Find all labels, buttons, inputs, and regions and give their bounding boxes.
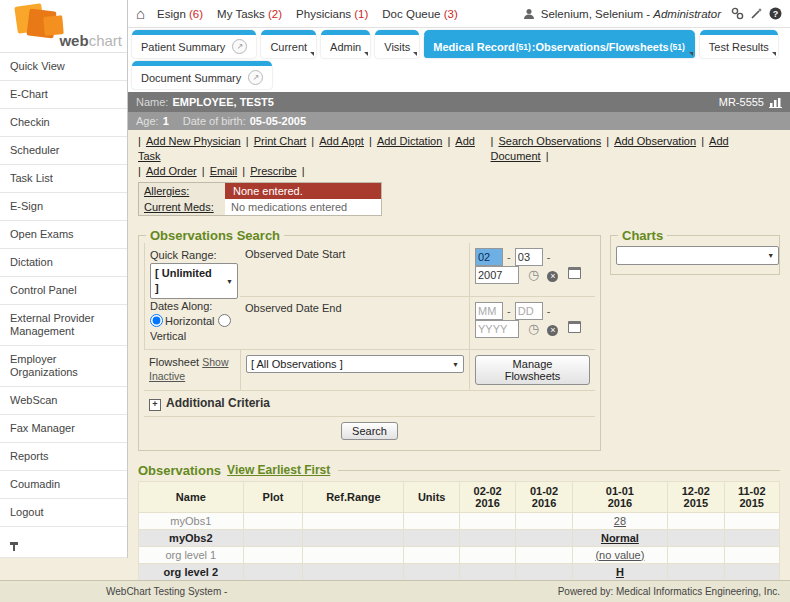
tab-test-results[interactable]: Test Results — [700, 30, 778, 58]
date-end-year-input[interactable] — [475, 320, 519, 338]
link-add-appt[interactable]: Add Appt — [319, 135, 364, 147]
link-icon[interactable] — [731, 7, 744, 20]
manage-flowsheets-button[interactable]: Manage Flowsheets — [475, 355, 590, 385]
current-user: Selenium, Selenium - Administrator — [541, 8, 721, 20]
clock-icon[interactable]: ◷ — [528, 321, 539, 336]
calendar-icon[interactable] — [568, 267, 581, 279]
link-prescribe[interactable]: Prescribe — [250, 165, 296, 177]
obs-value-cell — [724, 563, 780, 580]
date-end-month-input[interactable] — [475, 302, 503, 320]
obs-value-cell — [459, 512, 515, 529]
sidebar-item-coumadin[interactable]: Coumadin — [0, 471, 127, 499]
col-header-date: 01-022016 — [516, 481, 572, 512]
link-add-dictation[interactable]: Add Dictation — [377, 135, 442, 147]
tab-label: :Observations/Flowsheets — [532, 41, 669, 53]
sidebar-item-scheduler[interactable]: Scheduler — [0, 137, 127, 165]
sidebar-item-reports[interactable]: Reports — [0, 443, 127, 471]
expand-plus-icon[interactable]: + — [149, 399, 161, 411]
wand-icon[interactable] — [750, 7, 763, 20]
obs-value-cell — [668, 512, 724, 529]
date-end-fields: - - ◷ × — [469, 297, 595, 351]
horizontal-radio[interactable] — [150, 314, 163, 327]
search-button-row: Search — [144, 417, 595, 445]
webchart-logo[interactable]: webchart — [0, 0, 127, 53]
clock-icon[interactable]: ◷ — [528, 267, 539, 282]
tab-medical-record[interactable]: Medical Record(51):Observations/Flowshee… — [424, 30, 695, 58]
calendar-icon[interactable] — [568, 321, 581, 333]
quick-range-select[interactable]: [ Unlimited ]▼ — [150, 263, 238, 299]
tab-label: Patient Summary — [141, 41, 225, 53]
sidebar-item-checkin[interactable]: Checkin — [0, 109, 127, 137]
bar-chart-icon[interactable] — [769, 97, 782, 108]
sidebar-item-fax-manager[interactable]: Fax Manager — [0, 415, 127, 443]
home-icon[interactable]: ⌂ — [136, 5, 145, 22]
help-icon[interactable]: ? — [769, 7, 782, 20]
sidebar-item-external-provider-management[interactable]: External Provider Management — [0, 305, 127, 346]
tab-label: Visits — [384, 41, 410, 53]
sidebar-item-logout[interactable]: Logout — [0, 499, 127, 527]
charts-select[interactable]: ▼ — [616, 246, 779, 265]
current-meds-link[interactable]: Current Meds: — [139, 199, 225, 215]
nav-physicians[interactable]: Physicians (1) — [296, 8, 368, 20]
nav-label: Doc Queue — [382, 8, 443, 20]
obs-value-cell — [516, 563, 572, 580]
dob-label: Date of birth: — [183, 115, 246, 127]
obs-value-link[interactable]: H — [616, 566, 624, 578]
patient-age: 1 — [163, 115, 169, 127]
vertical-radio[interactable] — [218, 314, 231, 327]
name-label: Name: — [136, 96, 168, 108]
link-search-observations[interactable]: Search Observations — [498, 135, 601, 147]
search-button[interactable]: Search — [341, 422, 398, 440]
nav-label: Physicians — [296, 8, 354, 20]
popout-icon[interactable]: ↗ — [248, 70, 263, 85]
obs-plot-cell — [243, 529, 303, 546]
link-email[interactable]: Email — [210, 165, 238, 177]
page-footer: WebChart Testing System - Powered by: Me… — [0, 580, 790, 602]
tab-admin[interactable]: Admin — [321, 30, 370, 58]
tab-document-summary[interactable]: Document Summary↗ — [132, 61, 272, 89]
sidebar-item-open-exams[interactable]: Open Exams — [0, 221, 127, 249]
dates-along-horizontal-radio[interactable]: Horizontal — [150, 315, 218, 327]
clear-date-icon[interactable]: × — [547, 325, 558, 336]
obs-value-link[interactable]: Normal — [601, 532, 639, 544]
link-add-observation[interactable]: Add Observation — [614, 135, 696, 147]
nav-count: (2) — [268, 8, 282, 20]
nav-esign[interactable]: Esign (6) — [157, 8, 203, 20]
clear-date-icon[interactable]: × — [547, 271, 558, 282]
allergies-link[interactable]: Allergies: — [139, 183, 225, 199]
sidebar-pin-toggle[interactable] — [0, 527, 127, 558]
sidebar-item-e-sign[interactable]: E-Sign — [0, 193, 127, 221]
link-add-order[interactable]: Add Order — [146, 165, 197, 177]
obs-value-link[interactable]: (no value) — [595, 549, 644, 561]
flowsheet-select[interactable]: [ All Observations ]▼ — [246, 355, 464, 373]
sidebar-item-control-panel[interactable]: Control Panel — [0, 277, 127, 305]
patient-dob: 05-05-2005 — [250, 115, 306, 127]
date-start-year-input[interactable] — [475, 266, 519, 284]
sidebar-item-dictation[interactable]: Dictation — [0, 249, 127, 277]
obs-value-link[interactable]: 28 — [614, 515, 626, 527]
tab-visits[interactable]: Visits — [375, 30, 419, 58]
quick-range-cell: Quick Range: [ Unlimited ]▼ Dates Along:… — [144, 243, 240, 350]
date-start-month-input[interactable] — [475, 248, 503, 266]
nav-my-tasks[interactable]: My Tasks (2) — [217, 8, 282, 20]
date-start-label: Observed Date Start — [240, 243, 469, 297]
obs-plot-cell — [243, 546, 303, 563]
tab-strip: Patient Summary↗CurrentAdminVisitsMedica… — [128, 28, 790, 92]
tab-current[interactable]: Current — [261, 30, 316, 58]
sidebar-item-quick-view[interactable]: Quick View — [0, 53, 127, 81]
sidebar-item-task-list[interactable]: Task List — [0, 165, 127, 193]
sidebar-item-webscan[interactable]: WebScan — [0, 387, 127, 415]
popout-icon[interactable]: ↗ — [232, 39, 247, 54]
tab-patient-summary[interactable]: Patient Summary↗ — [132, 30, 256, 58]
view-earliest-first-link[interactable]: View Earliest First — [227, 463, 330, 477]
nav-doc-queue[interactable]: Doc Queue (3) — [382, 8, 457, 20]
link-add-new-physician[interactable]: Add New Physician — [146, 135, 241, 147]
sidebar-item-e-chart[interactable]: E-Chart — [0, 81, 127, 109]
link-print-chart[interactable]: Print Chart — [254, 135, 307, 147]
logo-text: webchart — [59, 32, 122, 49]
footer-powered-by: Powered by: Medical Informatics Engineer… — [558, 586, 780, 597]
sidebar-item-employer-organizations[interactable]: Employer Organizations — [0, 346, 127, 387]
date-start-day-input[interactable] — [515, 248, 543, 266]
date-end-day-input[interactable] — [515, 302, 543, 320]
additional-criteria-expander[interactable]: +Additional Criteria — [144, 391, 595, 417]
